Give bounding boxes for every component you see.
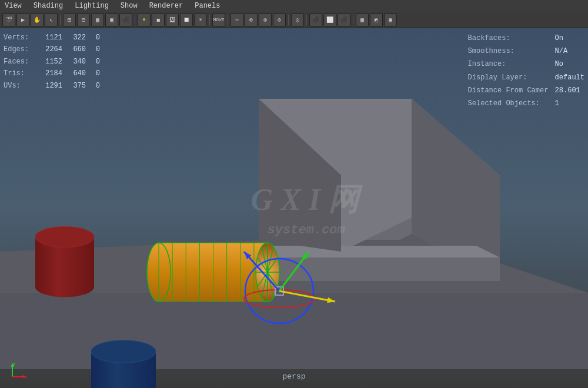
info-dist-from-cam: Distance From Camer 28.601	[468, 84, 584, 97]
tool-snap2[interactable]: ⊕	[245, 14, 258, 26]
sep7	[353, 15, 353, 25]
stat-tris: Tris: 2184 640 0	[4, 68, 100, 79]
axis-indicator: y x	[7, 360, 28, 381]
sep6	[306, 15, 307, 25]
tool-snap4[interactable]: ⊘	[273, 14, 286, 26]
menu-renderer[interactable]: Renderer	[147, 2, 186, 10]
menu-lighting[interactable]: Lighting	[72, 2, 111, 10]
tool-grid5[interactable]: ⬛	[119, 14, 132, 26]
stat-faces: Faces: 1152 340 0	[4, 56, 100, 68]
toolbar: 🎬 ▶ ✋ ↖ ⊞ ⊟ ▦ ▣ ⬛ ● ◼ 🖼 🔲 ☀ MOVE ⋯ ⊕ ⊗ ⊘…	[0, 12, 588, 28]
tool-texture[interactable]: 🔲	[180, 14, 193, 26]
menu-shading[interactable]: Shading	[31, 2, 65, 10]
menu-panels[interactable]: Panels	[192, 2, 222, 10]
sep3	[209, 15, 210, 25]
tool-misc2[interactable]: ◩	[370, 14, 383, 26]
tool-anim1[interactable]: ⬛	[309, 14, 322, 26]
info-smoothness: Smoothness: N/A	[468, 45, 584, 58]
svg-text:y: y	[13, 361, 15, 366]
stats-overlay: Verts: 1121 322 0 Edges: 2264 660 0 Face…	[4, 32, 100, 92]
tool-misc1[interactable]: ▦	[356, 14, 369, 26]
info-backfaces: Backfaces: On	[468, 32, 584, 45]
tool-snap1[interactable]: ⋯	[230, 14, 243, 26]
sep1	[60, 15, 61, 25]
menu-show[interactable]: Show	[118, 2, 140, 10]
tool-soft[interactable]: ◎	[291, 14, 304, 26]
stat-edges: Edges: 2264 660 0	[4, 44, 100, 55]
tool-move[interactable]: MOVE	[212, 14, 225, 26]
tool-cube[interactable]: ◼	[152, 14, 165, 26]
tool-grid1[interactable]: ⊞	[63, 14, 76, 26]
tool-misc3[interactable]: ▣	[384, 14, 397, 26]
info-instance: Instance: No	[468, 58, 584, 71]
sep2	[135, 15, 135, 25]
tool-sphere[interactable]: ●	[138, 14, 151, 26]
tool-light[interactable]: ☀	[194, 14, 207, 26]
tool-play[interactable]: ▶	[16, 14, 29, 26]
stat-uvs: UVs: 1291 375 0	[4, 80, 100, 92]
stat-verts: Verts: 1121 322 0	[4, 32, 100, 44]
tool-anim2[interactable]: ⬜	[323, 14, 336, 26]
menu-bar: View Shading Lighting Show Renderer Pane…	[0, 0, 588, 12]
tool-grid4[interactable]: ▣	[105, 14, 118, 26]
info-overlay: Backfaces: On Smoothness: N/A Instance: …	[468, 32, 584, 110]
tool-grid2[interactable]: ⊟	[77, 14, 90, 26]
menu-view[interactable]: View	[2, 2, 24, 10]
info-display-layer: Display Layer: default	[468, 71, 584, 84]
info-selected-objects: Selected Objects: 1	[468, 97, 584, 110]
svg-text:x: x	[25, 374, 28, 380]
tool-grid3[interactable]: ▦	[91, 14, 104, 26]
sep5	[288, 15, 289, 25]
viewport[interactable]: Verts: 1121 322 0 Edges: 2264 660 0 Face…	[0, 28, 588, 388]
tool-hand[interactable]: ✋	[31, 14, 44, 26]
camera-label: persp	[282, 372, 305, 381]
tool-render[interactable]: 🖼	[166, 14, 179, 26]
sep4	[228, 15, 228, 25]
tool-select[interactable]: ↖	[45, 14, 58, 26]
tool-anim3[interactable]: ⬛	[338, 14, 350, 26]
tool-camera[interactable]: 🎬	[2, 14, 15, 26]
tool-snap3[interactable]: ⊗	[259, 14, 272, 26]
